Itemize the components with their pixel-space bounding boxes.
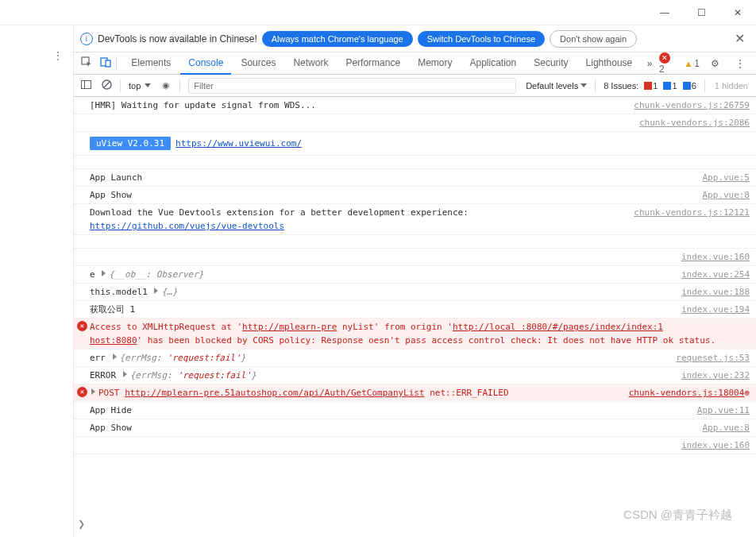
- tab-lighthouse[interactable]: Lighthouse: [578, 52, 641, 74]
- left-gutter: ⋮: [0, 25, 74, 537]
- source-link[interactable]: index.vue:232: [681, 370, 750, 381]
- issues-summary[interactable]: 8 Issues: 1 1 6: [600, 81, 700, 91]
- console-output: [HMR] Waiting for update signal from WDS…: [74, 97, 756, 537]
- source-link[interactable]: index.vue:188: [681, 287, 750, 297]
- source-link[interactable]: index.vue:160: [681, 440, 750, 450]
- request-url-link[interactable]: http://mplearn-pre.51autoshop.com/api/Au…: [125, 388, 425, 398]
- source-link[interactable]: chunk-vendors.js:26759: [634, 100, 750, 110]
- svg-rect-3: [81, 81, 91, 89]
- source-link[interactable]: index.vue:254: [681, 269, 750, 280]
- console-row: this.model1 {…}index.vue:188: [74, 284, 756, 301]
- console-row: 获取公司 1index.vue:194: [74, 301, 756, 319]
- filter-input[interactable]: [188, 78, 516, 94]
- always-match-button[interactable]: Always match Chrome's language: [262, 31, 413, 47]
- source-link[interactable]: requeset.js:53: [676, 353, 750, 363]
- language-infobar: i DevTools is now available in Chinese! …: [74, 25, 756, 52]
- console-row: err {errMsg: 'request:fail'}requeset.js:…: [74, 350, 756, 367]
- infobar-text: DevTools is now available in Chinese!: [98, 33, 257, 44]
- infobar-close-icon[interactable]: ✕: [730, 31, 750, 46]
- console-row: Download the Vue Devtools extension for …: [74, 204, 756, 235]
- source-link[interactable]: index.vue:160: [681, 252, 750, 262]
- console-row: App ShowApp.vue:8: [74, 419, 756, 437]
- clear-console-icon[interactable]: [98, 79, 115, 91]
- source-link[interactable]: chunk-vendors.js:2086: [639, 118, 750, 128]
- prompt-caret-icon[interactable]: ❯: [78, 519, 85, 529]
- panel-tabs: ElementsConsoleSourcesNetworkPerformance…: [123, 52, 640, 74]
- console-row: index.vue:160: [74, 249, 756, 266]
- error-icon: ✕: [77, 387, 87, 397]
- tab-security[interactable]: Security: [526, 52, 576, 74]
- hidden-count: 1 hidden: [710, 81, 753, 91]
- console-row: uView V2.0.31https://www.uviewui.com/: [74, 132, 756, 156]
- tab-memory[interactable]: Memory: [410, 52, 460, 74]
- watermark-text: CSDN @青青子衿越: [623, 508, 732, 523]
- expand-icon[interactable]: [113, 353, 117, 360]
- console-row: index.vue:160: [74, 437, 756, 454]
- source-link[interactable]: chunk-vendors.js:12121: [634, 207, 750, 218]
- console-row: App LaunchApp.vue:5: [74, 169, 756, 187]
- expand-icon[interactable]: [154, 288, 158, 294]
- devtools-panel: i DevTools is now available in Chinese! …: [74, 25, 756, 537]
- window-maximize-button[interactable]: ☐: [683, 0, 719, 25]
- device-toggle-icon[interactable]: [96, 56, 115, 70]
- uview-link[interactable]: https://www.uviewui.com/: [176, 138, 302, 149]
- tab-console[interactable]: Console: [180, 52, 231, 75]
- source-link[interactable]: App.vue:8: [702, 190, 750, 200]
- console-row: ERROR {errMsg: 'request:fail'}index.vue:…: [74, 367, 756, 384]
- sidebar-toggle-icon[interactable]: [77, 79, 94, 91]
- tab-network[interactable]: Network: [285, 52, 336, 74]
- expand-icon[interactable]: [91, 388, 95, 395]
- source-link[interactable]: chunk-vendors.js:18004: [629, 388, 745, 398]
- window-titlebar: — ☐ ✕: [0, 0, 756, 25]
- error-count[interactable]: ✕ 2: [659, 52, 678, 75]
- more-tabs-icon[interactable]: »: [640, 58, 659, 69]
- live-expression-icon[interactable]: ◉: [157, 80, 175, 91]
- console-row: e {__ob__: Observer}index.vue:254: [74, 266, 756, 284]
- expand-icon[interactable]: [102, 270, 106, 276]
- switch-chinese-button[interactable]: Switch DevTools to Chinese: [418, 31, 545, 47]
- error-icon: ✕: [77, 321, 87, 331]
- log-levels-selector[interactable]: Default levels: [523, 81, 590, 91]
- context-selector[interactable]: top: [125, 81, 154, 91]
- console-filterbar: top ◉ Default levels 8 Issues: 1 1 6 1 h…: [74, 75, 756, 97]
- source-link[interactable]: App.vue:11: [697, 405, 750, 415]
- inspect-icon[interactable]: [77, 56, 96, 70]
- window-minimize-button[interactable]: —: [646, 0, 683, 25]
- settings-icon[interactable]: ⚙: [706, 58, 724, 69]
- console-row: [HMR] Waiting for update signal from WDS…: [74, 97, 756, 114]
- console-row: App ShowApp.vue:8: [74, 187, 756, 204]
- console-row: chunk-vendors.js:2086: [74, 114, 756, 132]
- svg-rect-2: [106, 60, 110, 67]
- tab-sources[interactable]: Sources: [233, 52, 284, 74]
- console-row: App HideApp.vue:11: [74, 402, 756, 419]
- tab-elements[interactable]: Elements: [123, 52, 179, 74]
- info-icon: i: [80, 33, 93, 45]
- dont-show-again-button[interactable]: Don't show again: [550, 30, 637, 48]
- console-row: ✕POST http://mplearn-pre.51autoshop.com/…: [74, 384, 756, 402]
- source-link[interactable]: App.vue:8: [702, 423, 750, 433]
- kebab-menu-icon[interactable]: ⋮: [52, 49, 64, 62]
- uview-badge: uView V2.0.31: [90, 137, 171, 150]
- source-link[interactable]: App.vue:5: [702, 172, 750, 183]
- vue-devtools-link[interactable]: https://github.com/vuejs/vue-devtools: [90, 221, 284, 231]
- svg-line-6: [103, 82, 110, 88]
- tab-performance[interactable]: Performance: [338, 52, 408, 74]
- source-link[interactable]: index.vue:194: [681, 304, 750, 315]
- console-row: ✕Access to XMLHttpRequest at 'http://mpl…: [74, 319, 756, 350]
- main-toolbar: ElementsConsoleSourcesNetworkPerformance…: [74, 52, 756, 75]
- expand-icon[interactable]: [123, 371, 127, 377]
- window-close-button[interactable]: ✕: [719, 0, 756, 25]
- warning-count[interactable]: ▲1: [684, 58, 700, 69]
- tab-application[interactable]: Application: [461, 52, 524, 74]
- toolbar-menu-icon[interactable]: ⋮: [731, 58, 750, 69]
